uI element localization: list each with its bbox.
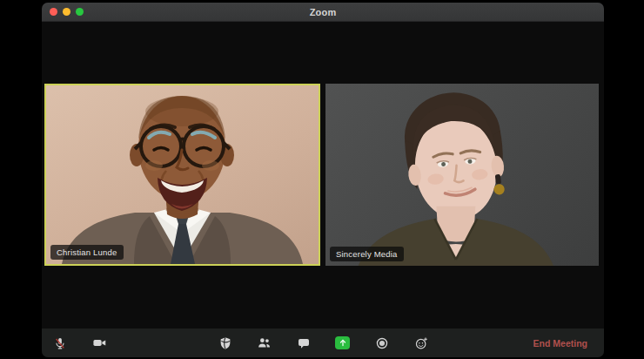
- record-button[interactable]: [374, 335, 389, 350]
- reactions-button[interactable]: [413, 335, 428, 350]
- chat-bubble-icon: [297, 336, 311, 350]
- participant-name-tag: Christian Lunde: [50, 245, 124, 261]
- participant-video-sincerely-media: [325, 84, 599, 266]
- toolbar-left-group: [52, 335, 107, 350]
- title-bar: Zoom: [42, 3, 604, 22]
- fullscreen-window-button[interactable]: [76, 8, 84, 16]
- toolbar-center-group: [218, 335, 428, 350]
- participant-video-christian-lunde: [46, 85, 319, 264]
- security-button[interactable]: [218, 335, 232, 350]
- video-camera-icon: [92, 335, 107, 350]
- window-title: Zoom: [310, 7, 337, 17]
- close-window-button[interactable]: [50, 8, 57, 16]
- video-tile-sincerely-media[interactable]: Sincerely Media: [325, 84, 599, 266]
- window-controls: [50, 3, 84, 21]
- mute-button[interactable]: [52, 335, 67, 350]
- participants-button[interactable]: [257, 335, 272, 350]
- meeting-toolbar: End Meeting: [42, 329, 604, 357]
- video-area: Christian Lunde: [42, 22, 604, 329]
- share-screen-button[interactable]: [335, 335, 350, 350]
- share-screen-icon: [335, 336, 350, 349]
- reactions-smiley-icon: [414, 336, 428, 350]
- video-button[interactable]: [92, 335, 107, 350]
- security-shield-icon: [218, 336, 232, 350]
- video-tile-christian-lunde[interactable]: Christian Lunde: [44, 84, 320, 266]
- end-meeting-button[interactable]: End Meeting: [528, 337, 593, 349]
- minimize-window-button[interactable]: [63, 8, 70, 16]
- record-icon: [375, 336, 389, 350]
- chat-button[interactable]: [296, 335, 311, 350]
- participants-icon: [257, 335, 272, 350]
- microphone-muted-icon: [53, 336, 67, 350]
- zoom-window: Zoom: [42, 3, 604, 357]
- participant-name-tag: Sincerely Media: [330, 247, 404, 262]
